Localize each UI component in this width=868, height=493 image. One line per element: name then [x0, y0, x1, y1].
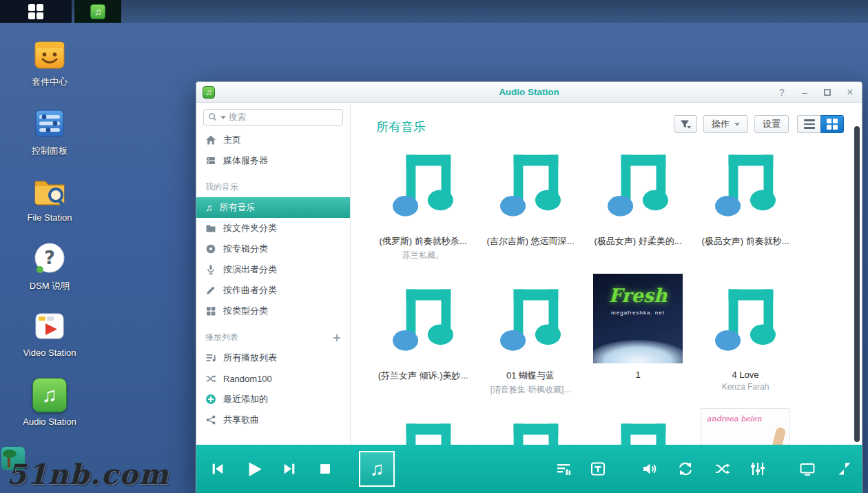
- shuffle-button[interactable]: [713, 460, 731, 478]
- search-scope-caret-icon[interactable]: [220, 116, 226, 119]
- stop-button[interactable]: [318, 445, 333, 493]
- album-art-placeholder: [701, 139, 790, 229]
- vertical-scrollbar[interactable]: [854, 126, 860, 442]
- sidebar-item-label: 按类型分类: [223, 305, 268, 317]
- sidebar-item-label: 最近添加的: [223, 393, 268, 405]
- album-item[interactable]: (俄罗斯) 前奏就秒杀... 苏兰私藏。: [369, 139, 477, 274]
- list-view-button[interactable]: [797, 115, 820, 133]
- album-art-placeholder: [378, 274, 468, 363]
- previous-button[interactable]: [210, 445, 225, 493]
- settings-button[interactable]: 设置: [754, 115, 789, 133]
- desktop-icon-video-station[interactable]: Video Station: [12, 308, 87, 358]
- music-note-icon: [709, 148, 782, 221]
- music-note-icon: [386, 416, 459, 445]
- album-item[interactable]: [369, 408, 477, 445]
- album-item[interactable]: (芬兰女声 倾诉.)美妙...: [369, 274, 477, 408]
- help-icon[interactable]: ?: [777, 88, 787, 97]
- audio-station-icon: [31, 376, 68, 414]
- main-menu-button[interactable]: [0, 0, 72, 23]
- album-item[interactable]: 01 蝴蝶与蓝 [清音雅集·听枫收藏]...: [477, 274, 584, 408]
- content-toolbar: 操作 设置: [674, 115, 844, 133]
- sidebar-item-media-server[interactable]: 媒体服务器: [196, 150, 350, 171]
- equalizer-icon: [750, 461, 766, 477]
- album-item[interactable]: [584, 408, 692, 445]
- lyrics-button[interactable]: [589, 460, 607, 478]
- repeat-button[interactable]: [676, 460, 694, 478]
- search-input[interactable]: [229, 112, 338, 122]
- desktop-icon-dsm-help[interactable]: ? DSM 说明: [12, 240, 87, 292]
- apps-grid-icon: [28, 4, 43, 19]
- add-playlist-icon[interactable]: [333, 334, 341, 342]
- album-art-placeholder: [486, 139, 575, 229]
- album-art-image: Fresh megafreshka. net: [593, 274, 683, 363]
- sidebar-item-random100[interactable]: Random100: [196, 368, 350, 389]
- filter-button[interactable]: [674, 115, 697, 133]
- sidebar-item-by-artist[interactable]: 按演出者分类: [196, 259, 350, 280]
- album-item[interactable]: [477, 408, 584, 445]
- desktop-icon-package-center[interactable]: 套件中心: [12, 36, 87, 88]
- sidebar-item-shared-songs[interactable]: 共享歌曲: [196, 410, 350, 430]
- window-titlebar[interactable]: Audio Station ? – ×: [196, 82, 862, 103]
- lyrics-icon: [590, 461, 606, 477]
- caret-down-icon: [734, 123, 740, 126]
- svg-text:?: ?: [44, 247, 55, 268]
- sidebar-item-by-genre[interactable]: 按类型分类: [196, 301, 350, 321]
- sidebar-item-by-folder[interactable]: 按文件夹分类: [196, 218, 350, 239]
- genre-grid-icon: [205, 305, 216, 316]
- album-item[interactable]: (吉尔吉斯) 悠远而深...: [477, 139, 584, 274]
- sidebar-item-recently-added[interactable]: 最近添加的: [196, 389, 350, 410]
- plus-circle-icon: [205, 394, 216, 405]
- stop-icon: [318, 461, 333, 476]
- album-item[interactable]: 4 Love Kenza Farah: [692, 274, 799, 408]
- sidebar-item-label: 主页: [223, 134, 241, 146]
- album-item[interactable]: (极品女声) 好柔美的...: [584, 139, 692, 274]
- music-note-icon: [601, 416, 674, 445]
- maximize-icon[interactable]: [823, 88, 832, 97]
- sidebar-item-all-playlists[interactable]: 所有播放列表: [196, 348, 350, 368]
- volume-button[interactable]: [641, 460, 659, 478]
- next-button[interactable]: [282, 445, 297, 493]
- album-art-text: Fresh: [593, 285, 683, 306]
- desktop-icon-label: Audio Station: [12, 416, 87, 427]
- close-icon[interactable]: ×: [845, 87, 855, 98]
- sidebar-item-label: 媒体服务器: [223, 154, 268, 167]
- audio-station-icon: [90, 4, 105, 19]
- music-note-icon: [205, 202, 213, 213]
- microphone-icon: [205, 264, 216, 275]
- watermark-text: 51nb.com: [7, 458, 169, 490]
- video-station-icon: [31, 308, 68, 345]
- desktop-icon-audio-station[interactable]: Audio Station: [12, 376, 87, 427]
- album-item[interactable]: Fresh megafreshka. net 1: [584, 274, 692, 408]
- grid-view-button[interactable]: [820, 115, 844, 133]
- shrink-player-button[interactable]: [836, 460, 854, 478]
- sidebar-item-home[interactable]: 主页: [196, 130, 350, 150]
- sidebar-item-all-music[interactable]: 所有音乐: [196, 197, 350, 218]
- sidebar-item-by-album[interactable]: 按专辑分类: [196, 239, 350, 259]
- minimize-icon[interactable]: –: [800, 88, 809, 97]
- album-item[interactable]: (极品女声) 前奏就秒...: [692, 139, 799, 274]
- action-button[interactable]: 操作: [703, 115, 748, 133]
- section-header-my-music: 我的音乐: [196, 171, 350, 197]
- album-subtitle: Kenza Farah: [692, 382, 799, 392]
- album-item[interactable]: andreea belen: [692, 408, 799, 445]
- shuffle-icon: [714, 461, 730, 477]
- album-art-placeholder: [378, 408, 468, 445]
- album-art-placeholder: [486, 408, 575, 445]
- sidebar-item-by-composer[interactable]: 按作曲者分类: [196, 280, 350, 301]
- sidebar-item-label: 共享歌曲: [223, 414, 259, 426]
- desktop-icon-control-panel[interactable]: 控制面板: [12, 105, 87, 157]
- album-title: (极品女声) 前奏就秒...: [692, 235, 799, 248]
- desktop-icon-label: Video Station: [12, 348, 87, 358]
- now-playing-thumbnail[interactable]: [359, 451, 395, 487]
- media-renderer-button[interactable]: [798, 460, 816, 478]
- taskbar-audio-station-button[interactable]: [74, 0, 121, 23]
- play-queue-button[interactable]: [555, 460, 572, 478]
- play-button[interactable]: [245, 445, 264, 493]
- sidebar-item-label: 所有音乐: [220, 201, 256, 214]
- player-bar: [196, 445, 862, 493]
- album-art-text: andreea belen: [707, 414, 762, 423]
- album-art-image: andreea belen: [701, 408, 790, 445]
- desktop-icon-file-station[interactable]: File Station: [12, 172, 87, 223]
- desktop-icon-label: 控制面板: [12, 145, 87, 157]
- equalizer-button[interactable]: [749, 460, 767, 478]
